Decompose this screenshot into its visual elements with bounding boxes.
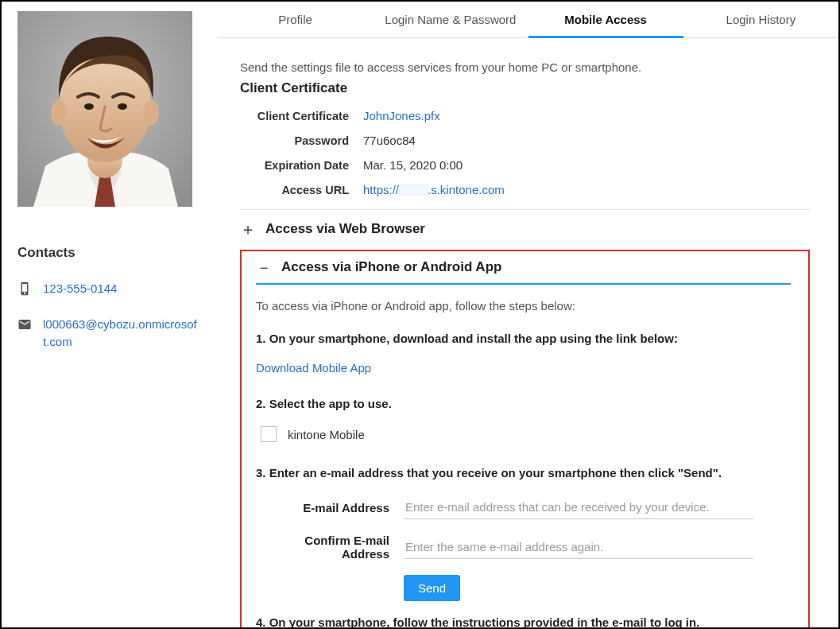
svg-point-4 xyxy=(143,100,159,126)
content-area: Send the settings file to access service… xyxy=(218,38,838,627)
cert-file-row: Client Certificate JohnJones.pfx xyxy=(240,109,810,122)
kintone-mobile-checkbox[interactable] xyxy=(261,426,277,442)
access-web-toggle[interactable]: ＋ Access via Web Browser xyxy=(240,210,810,247)
cert-expiration-label: Expiration Date xyxy=(240,159,363,172)
url-prefix: https:// xyxy=(363,183,399,196)
cert-file-label: Client Certificate xyxy=(240,110,363,122)
step-1: 1. On your smartphone, download and inst… xyxy=(256,332,791,345)
plus-icon: ＋ xyxy=(240,221,254,237)
cert-url-link[interactable]: https://.s.kintone.com xyxy=(363,183,505,196)
cert-password-row: Password 77u6oc84 xyxy=(240,134,810,147)
cert-expiration-value: Mar. 15, 2020 0:00 xyxy=(363,158,463,172)
kintone-mobile-label: kintone Mobile xyxy=(288,428,365,441)
tab-mobile-access[interactable]: Mobile Access xyxy=(528,2,683,38)
avatar xyxy=(17,11,192,207)
access-app-title: Access via iPhone or Android App xyxy=(281,259,501,275)
download-mobile-app-link[interactable]: Download Mobile App xyxy=(256,361,371,375)
send-button[interactable]: Send xyxy=(404,575,460,601)
email-row: E-mail Address xyxy=(256,495,791,519)
section-underline xyxy=(256,283,791,285)
access-web-title: Access via Web Browser xyxy=(265,221,425,237)
cert-password-label: Password xyxy=(240,134,363,147)
access-app-toggle[interactable]: － Access via iPhone or Android App xyxy=(256,259,791,285)
contact-phone-link[interactable]: 123-555-0144 xyxy=(43,280,117,298)
cert-url-label: Access URL xyxy=(240,184,363,196)
contacts-heading: Contacts xyxy=(17,245,202,261)
step-3: 3. Enter an e-mail address that you rece… xyxy=(256,466,791,480)
url-obscured xyxy=(399,184,428,196)
access-web-section: ＋ Access via Web Browser xyxy=(240,209,810,247)
access-app-section: － Access via iPhone or Android App To ac… xyxy=(240,250,810,627)
contact-email-link[interactable]: l000663@cybozu.onmicrosoft.com xyxy=(43,316,202,351)
profile-sidebar: Contacts 123-555-0144 l000663@cybozu.onm… xyxy=(2,2,218,627)
svg-point-6 xyxy=(118,103,127,110)
app-intro: To access via iPhone or Android app, fol… xyxy=(256,299,791,313)
smartphone-icon xyxy=(17,281,32,296)
main-panel: Profile Login Name & Password Mobile Acc… xyxy=(218,2,838,627)
tabs: Profile Login Name & Password Mobile Acc… xyxy=(218,2,838,38)
confirm-email-input[interactable] xyxy=(404,535,753,559)
app-frame: Contacts 123-555-0144 l000663@cybozu.onm… xyxy=(0,0,840,629)
step-4: 4. On your smartphone, follow the instru… xyxy=(256,615,791,627)
cert-password-value: 77u6oc84 xyxy=(363,134,416,147)
confirm-email-label: Confirm E-mail Address xyxy=(256,534,404,561)
tab-login-history[interactable]: Login History xyxy=(683,2,838,37)
cert-expiration-row: Expiration Date Mar. 15, 2020 0:00 xyxy=(240,158,810,172)
url-suffix: .s.kintone.com xyxy=(428,183,505,196)
app-select-row: kintone Mobile xyxy=(261,426,791,442)
tab-profile[interactable]: Profile xyxy=(218,2,373,37)
client-certificate-heading: Client Certificate xyxy=(240,80,810,96)
confirm-email-row: Confirm E-mail Address xyxy=(256,534,791,561)
svg-point-3 xyxy=(51,100,67,126)
email-label: E-mail Address xyxy=(256,501,404,514)
contact-email-row: l000663@cybozu.onmicrosoft.com xyxy=(17,316,202,351)
contact-phone-row: 123-555-0144 xyxy=(17,280,202,298)
email-input[interactable] xyxy=(404,495,753,519)
intro-text: Send the settings file to access service… xyxy=(240,60,810,74)
envelope-icon xyxy=(17,317,32,332)
step-2: 2. Select the app to use. xyxy=(256,397,791,410)
minus-icon: － xyxy=(256,259,270,275)
svg-point-5 xyxy=(84,103,94,110)
tab-login-name-password[interactable]: Login Name & Password xyxy=(373,2,528,37)
cert-file-link[interactable]: JohnJones.pfx xyxy=(363,109,440,122)
cert-url-row: Access URL https://.s.kintone.com xyxy=(240,183,810,196)
